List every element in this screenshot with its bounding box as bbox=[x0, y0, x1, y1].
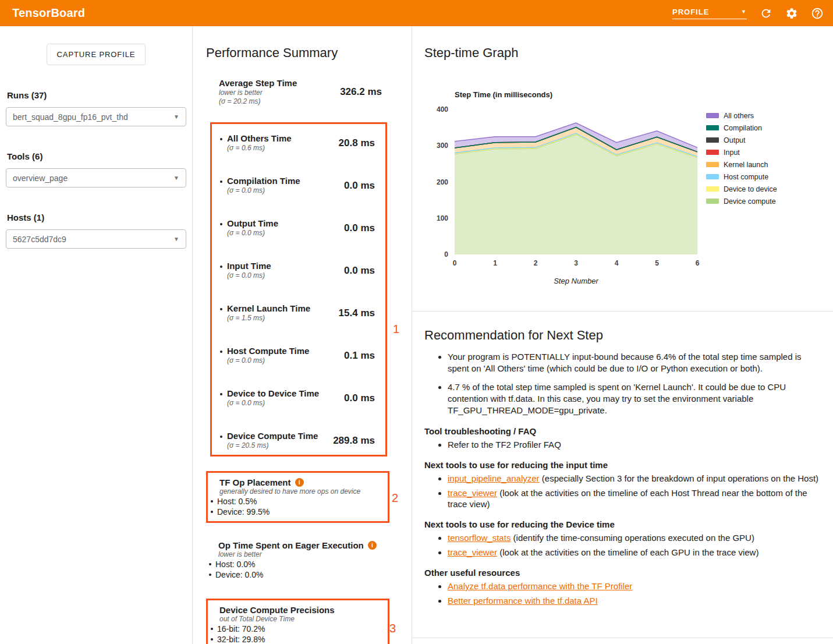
section-item: tensorflow_stats (identify the time-cons… bbox=[448, 532, 821, 543]
bullet-dot bbox=[211, 638, 213, 641]
tools-field: Tools (6) overview_page ▼ bbox=[6, 151, 186, 187]
performance-summary-title: Performance Summary bbox=[206, 45, 412, 61]
help-icon[interactable] bbox=[811, 7, 824, 20]
section-list: tensorflow_stats (identify the time-cons… bbox=[437, 532, 821, 558]
section-item: Better performance with the tf.data API bbox=[448, 595, 821, 606]
runs-select[interactable]: bert_squad_8gpu_fp16_pvt_thd ▼ bbox=[6, 107, 186, 126]
recommendation-bullets: Your program is POTENTIALLY input-bound … bbox=[437, 351, 821, 416]
recommendation-body: Your program is POTENTIALLY input-bound … bbox=[424, 351, 821, 606]
legend-item: Compilation bbox=[706, 122, 777, 134]
bullet-dot bbox=[220, 393, 222, 395]
legend-swatch bbox=[706, 125, 719, 130]
tools-select[interactable]: overview_page ▼ bbox=[6, 168, 186, 187]
link[interactable]: input_pipeline_analyzer bbox=[448, 473, 540, 483]
section-heading: Next tools to use for reducing the input… bbox=[424, 460, 821, 470]
topbar-actions: PROFILE ▼ bbox=[672, 7, 824, 20]
metric-row: Output Time(σ = 0.0 ms)0.0 ms bbox=[220, 218, 375, 238]
section-list: Analyze tf.data performance with the TF … bbox=[437, 581, 821, 606]
hosts-field: Hosts (1) 5627c5dd7dc9 ▼ bbox=[6, 213, 186, 249]
svg-text:2: 2 bbox=[534, 259, 538, 267]
info-icon[interactable]: i bbox=[295, 478, 304, 487]
average-step-time-value: 326.2 ms bbox=[340, 86, 382, 98]
tools-select-value: overview_page bbox=[13, 174, 68, 183]
main-layout: CAPTURE PROFILE Runs (37) bert_squad_8gp… bbox=[0, 26, 833, 644]
link[interactable]: Analyze tf.data performance with the TF … bbox=[448, 581, 632, 591]
metric-sigma: (σ = 1.5 ms) bbox=[227, 314, 339, 323]
link[interactable]: Better performance with the tf.data API bbox=[448, 596, 598, 606]
metrics-list: All Others Time(σ = 0.6 ms)20.8 msCompil… bbox=[220, 133, 375, 450]
legend-item: Device to device bbox=[706, 183, 777, 195]
dashboard-select[interactable]: PROFILE ▼ bbox=[672, 8, 747, 19]
chart-legend: All othersCompilationOutputInputKernel l… bbox=[706, 109, 777, 207]
recommendation-title: Recommendation for Next Step bbox=[424, 328, 821, 343]
metric-row: Device Compute Time(σ = 20.5 ms)289.8 ms bbox=[220, 431, 375, 450]
metric-sigma: (σ = 0.0 ms) bbox=[227, 271, 344, 280]
bullet-item: Host: 0.0% bbox=[209, 559, 412, 569]
tf-op-placement-title-text: TF Op Placement bbox=[219, 477, 291, 487]
annotation-1: 1 bbox=[393, 323, 399, 336]
precision-list: 16-bit: 70.2%32-bit: 29.8% bbox=[208, 624, 381, 644]
bullet-dot bbox=[209, 574, 211, 576]
legend-swatch bbox=[706, 137, 719, 143]
svg-text:0: 0 bbox=[453, 259, 457, 267]
metric-row: Input Time(σ = 0.0 ms)0.0 ms bbox=[220, 261, 375, 280]
bullet-item: Device: 99.5% bbox=[211, 507, 381, 517]
bullet-dot bbox=[211, 628, 213, 630]
average-step-time-note: lower is better bbox=[219, 89, 340, 97]
capture-profile-button[interactable]: CAPTURE PROFILE bbox=[47, 44, 146, 65]
legend-label: Host compute bbox=[724, 173, 768, 181]
performance-summary-panel: Performance Summary Average Step Time lo… bbox=[192, 26, 412, 644]
hosts-label: Hosts (1) bbox=[7, 213, 185, 222]
hosts-select-value: 5627c5dd7dc9 bbox=[13, 235, 66, 244]
metric-value: 15.4 ms bbox=[339, 307, 375, 319]
tools-label: Tools (6) bbox=[7, 151, 185, 161]
legend-swatch bbox=[706, 186, 719, 192]
section-heading: Tool troubleshooting / FAQ bbox=[424, 426, 821, 436]
chart-xaxis-title: Step Number bbox=[455, 277, 697, 285]
section-heading: Next tools to use for reducing the Devic… bbox=[424, 519, 821, 529]
section-heading: Other useful resources bbox=[424, 568, 821, 578]
metric-row: Device to Device Time(σ = 0.0 ms)0.0 ms bbox=[220, 388, 375, 408]
recommendation-bullet: 4.7 % of the total step time sampled is … bbox=[448, 381, 821, 416]
section-list: input_pipeline_analyzer (especially Sect… bbox=[437, 473, 821, 509]
bullet-item: Device: 0.0% bbox=[209, 569, 412, 580]
runs-label: Runs (37) bbox=[7, 90, 185, 100]
eager-execution-block: Op Time Spent on Eager Execution i lower… bbox=[206, 540, 412, 580]
metric-label: Output Time bbox=[227, 218, 344, 229]
link[interactable]: trace_viewer bbox=[448, 488, 497, 498]
annotation-3: 3 bbox=[389, 622, 396, 635]
metric-sigma: (σ = 0.0 ms) bbox=[227, 229, 344, 238]
metric-row: Host Compute Time(σ = 0.0 ms)0.1 ms bbox=[220, 346, 375, 365]
average-step-time-sigma: (σ = 20.2 ms) bbox=[219, 97, 340, 106]
bullet-dot bbox=[211, 511, 213, 513]
section-item: trace_viewer (look at the activities on … bbox=[448, 547, 821, 558]
hosts-select[interactable]: 5627c5dd7dc9 ▼ bbox=[6, 229, 186, 249]
legend-label: All others bbox=[724, 112, 754, 120]
refresh-icon[interactable] bbox=[760, 7, 772, 20]
bullet-item: Host: 0.5% bbox=[211, 496, 381, 507]
eager-execution-title: Op Time Spent on Eager Execution i bbox=[218, 540, 412, 550]
link[interactable]: trace_viewer bbox=[448, 547, 497, 557]
legend-label: Kernel launch bbox=[724, 161, 768, 169]
gear-icon[interactable] bbox=[785, 7, 798, 20]
section-item: Analyze tf.data performance with the TF … bbox=[448, 581, 821, 592]
svg-text:200: 200 bbox=[437, 178, 448, 186]
legend-label: Output bbox=[724, 136, 746, 144]
runs-field: Runs (37) bert_squad_8gpu_fp16_pvt_thd ▼ bbox=[6, 90, 186, 126]
legend-swatch bbox=[706, 199, 719, 204]
tf-op-placement-title: TF Op Placement i bbox=[219, 477, 381, 487]
device-compute-precisions-title: Device Compute Precisions bbox=[219, 605, 381, 615]
legend-label: Device compute bbox=[724, 197, 776, 206]
svg-text:3: 3 bbox=[574, 259, 578, 267]
legend-item: Input bbox=[706, 146, 777, 158]
metric-label: All Others Time bbox=[227, 133, 339, 144]
info-icon[interactable]: i bbox=[368, 541, 377, 550]
dashboard-select-value: PROFILE bbox=[672, 8, 709, 16]
legend-item: Host compute bbox=[706, 171, 777, 183]
bullet-dot bbox=[220, 138, 222, 140]
link[interactable]: tensorflow_stats bbox=[448, 533, 511, 543]
device-compute-precisions-subtitle: out of Total Device Time bbox=[219, 615, 381, 624]
placement-list: Host: 0.5%Device: 99.5% bbox=[208, 496, 381, 517]
metric-label: Compilation Time bbox=[227, 176, 344, 186]
legend-item: All others bbox=[706, 109, 777, 122]
